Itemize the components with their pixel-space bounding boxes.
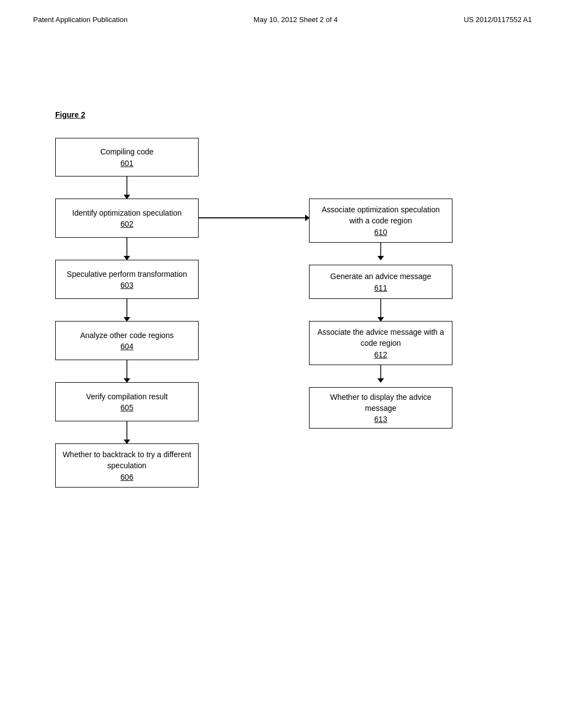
box-612: Associate the advice message with a code… — [309, 321, 452, 365]
box-602-num: 602 — [120, 220, 133, 228]
box-603: Speculative perform transformation 603 — [55, 260, 199, 299]
figure-label: Figure 2 — [55, 110, 85, 119]
box-603-text: Speculative perform transformation — [67, 269, 187, 280]
header-center: May 10, 2012 Sheet 2 of 4 — [254, 15, 338, 24]
box-604-text: Analyze other code regions — [80, 330, 174, 341]
header-right: US 2012/0117552 A1 — [463, 15, 532, 24]
box-611-text: Generate an advice message — [331, 271, 431, 282]
box-602: Identify optimization speculation 602 — [55, 199, 199, 238]
box-611: Generate an advice message 611 — [309, 265, 452, 299]
box-601: Compiling code 601 — [55, 138, 199, 176]
box-613-num: 613 — [374, 415, 387, 424]
box-613-text: Whether to display the advice message — [316, 392, 445, 414]
box-603-num: 603 — [120, 281, 133, 290]
box-611-num: 611 — [374, 283, 387, 292]
box-606-num: 606 — [120, 473, 133, 481]
header-left: Patent Application Publication — [33, 15, 127, 24]
box-605-num: 605 — [120, 403, 133, 412]
box-606: Whether to backtrack to try a different … — [55, 443, 199, 488]
box-605: Verify compilation result 605 — [55, 382, 199, 421]
box-601-text: Compiling code — [100, 147, 154, 158]
box-610-text: Associate optimization speculation with … — [316, 205, 445, 226]
page-header: Patent Application Publication May 10, 2… — [0, 0, 565, 24]
box-605-text: Verify compilation result — [86, 392, 168, 403]
box-606-text: Whether to backtrack to try a different … — [62, 449, 191, 471]
box-604: Analyze other code regions 604 — [55, 321, 199, 360]
box-604-num: 604 — [120, 342, 133, 351]
box-601-num: 601 — [120, 159, 133, 168]
box-612-num: 612 — [374, 350, 387, 359]
box-612-text: Associate the advice message with a code… — [316, 327, 445, 349]
svg-marker-12 — [377, 256, 384, 260]
svg-marker-16 — [377, 378, 384, 383]
box-602-text: Identify optimization speculation — [72, 208, 182, 219]
box-613: Whether to display the advice message 61… — [309, 387, 452, 429]
box-610: Associate optimization speculation with … — [309, 199, 452, 243]
box-610-num: 610 — [374, 228, 387, 237]
